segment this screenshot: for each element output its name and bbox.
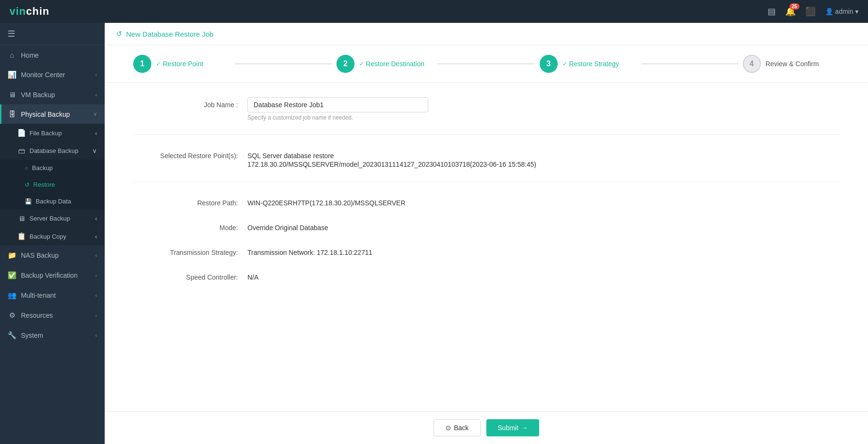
step-2-text: Restore Destination [366, 60, 424, 68]
notification-badge: 25 [789, 3, 799, 10]
form-area: Job Name : Specify a customized job name… [105, 83, 868, 411]
logo-vin: vin [10, 5, 26, 17]
user-dropdown-arrow: ▾ [855, 8, 858, 15]
restore-path-value: WIN-Q220ESRH7TP(172.18.30.20)/MSSQLSERVE… [247, 195, 839, 207]
user-menu[interactable]: 👤 admin ▾ [825, 8, 858, 15]
form-divider-1 [133, 134, 839, 135]
restore-header-icon: ↺ [116, 30, 122, 38]
sidebar: ☰ ⌂ Home 📊 Monitor Center ‹ 🖥 VM Backup … [0, 23, 105, 444]
sidebar-item-server-backup[interactable]: 🖥 Server Backup ‹ [0, 210, 105, 227]
sidebar-item-database-backup[interactable]: 🗃 Database Backup ∨ [0, 142, 105, 160]
step-2-circle: 2 [336, 55, 355, 73]
system-icon: 🔧 [8, 331, 16, 340]
chevron-right-icon: ‹ [95, 92, 97, 98]
nav-right-section: ▤ 🔔 25 ⬛ 👤 admin ▾ [768, 6, 858, 17]
step-3-label: ✓ Restore Strategy [562, 60, 619, 68]
step-3-check: ✓ [562, 61, 567, 67]
sidebar-item-resources[interactable]: ⚙ Resources ‹ [0, 305, 105, 325]
step-1-check: ✓ [156, 61, 161, 67]
form-row-restore-path: Restore Path: WIN-Q220ESRH7TP(172.18.30.… [133, 195, 839, 207]
transmission-label: Transmission Strategy: [133, 245, 238, 256]
step-2-number: 2 [343, 60, 347, 68]
sidebar-item-label: Monitor Center [21, 71, 65, 79]
mode-value: Override Original Database [247, 220, 839, 232]
logo-chin: chin [26, 5, 49, 17]
content-area: ↺ New Database Restore Job 1 ✓ Restore P… [105, 23, 868, 444]
step-3-number: 3 [546, 60, 551, 68]
step-3: 3 ✓ Restore Strategy [540, 55, 636, 73]
notifications-icon[interactable]: 🔔 25 [785, 6, 796, 17]
restore-icon: ↺ [25, 182, 30, 188]
stepper: 1 ✓ Restore Point 2 ✓ Restore Destinatio… [105, 45, 868, 83]
sidebar-item-restore[interactable]: ↺ Restore [0, 176, 105, 193]
messages-icon[interactable]: ▤ [768, 6, 776, 17]
speed-value: N/A [247, 270, 839, 281]
step-3-text: Restore Strategy [569, 60, 619, 68]
database-backup-submenu: ○ Backup ↺ Restore 💾 Backup Data [0, 160, 105, 210]
sidebar-item-vm-backup[interactable]: 🖥 VM Backup ‹ [0, 85, 105, 104]
sidebar-item-label: Resources [21, 312, 53, 319]
transmission-value: Transmission Network: 172.18.1.10:22711 [247, 245, 839, 256]
page-header: ↺ New Database Restore Job [105, 23, 868, 45]
page-title: New Database Restore Job [126, 30, 213, 38]
sidebar-item-label: Multi-tenant [21, 292, 56, 299]
sidebar-item-physical-backup[interactable]: 🗄 Physical Backup ∨ [0, 104, 105, 124]
chevron-right-icon: ‹ [95, 313, 97, 318]
backup-verification-icon: ✅ [8, 271, 16, 280]
chevron-right-icon: ‹ [95, 333, 97, 338]
sidebar-item-label: NAS Backup [21, 252, 59, 259]
job-name-label: Job Name : [133, 97, 238, 109]
back-button[interactable]: ⊙ Back [434, 419, 481, 436]
sidebar-item-system[interactable]: 🔧 System ‹ [0, 325, 105, 345]
step-4: 4 Review & Confirm [743, 55, 839, 73]
sidebar-item-nas-backup[interactable]: 📁 NAS Backup ‹ [0, 245, 105, 265]
file-backup-icon: 📄 [17, 129, 26, 137]
sidebar-item-multi-tenant[interactable]: 👥 Multi-tenant ‹ [0, 285, 105, 305]
form-row-speed: Speed Controller: N/A [133, 270, 839, 281]
backup-data-icon: 💾 [25, 198, 32, 205]
restore-points-label: Selected Restore Point(s): [133, 148, 238, 160]
chevron-right-icon: ‹ [95, 215, 97, 222]
sidebar-toggle[interactable]: ☰ [0, 23, 105, 45]
sidebar-item-backup-verification[interactable]: ✅ Backup Verification ‹ [0, 265, 105, 285]
sidebar-item-home[interactable]: ⌂ Home [0, 45, 105, 65]
home-icon: ⌂ [8, 51, 16, 59]
chevron-right-icon: ‹ [95, 72, 97, 78]
sidebar-item-label: Backup Verification [21, 272, 78, 279]
monitor-icon[interactable]: ⬛ [805, 6, 816, 17]
sidebar-item-backup[interactable]: ○ Backup [0, 160, 105, 176]
resources-icon: ⚙ [8, 311, 16, 320]
form-row-transmission: Transmission Strategy: Transmission Netw… [133, 245, 839, 256]
server-backup-icon: 🖥 [17, 214, 26, 222]
sidebar-item-file-backup[interactable]: 📄 File Backup ‹ [0, 124, 105, 142]
step-1-label: ✓ Restore Point [156, 60, 203, 68]
physical-backup-submenu: 📄 File Backup ‹ 🗃 Database Backup ∨ ○ Ba… [0, 124, 105, 245]
sidebar-sub-label: Backup [32, 164, 52, 172]
sidebar-item-label: Home [21, 51, 39, 59]
sidebar-item-label: System [21, 332, 43, 339]
submit-button[interactable]: Submit → [486, 419, 540, 436]
top-navigation: vinchin ▤ 🔔 25 ⬛ 👤 admin ▾ [0, 0, 868, 23]
step-4-circle: 4 [743, 55, 761, 73]
vm-backup-icon: 🖥 [8, 91, 16, 99]
chevron-right-icon: ‹ [95, 252, 97, 258]
footer-bar: ⊙ Back Submit → [105, 411, 868, 444]
user-label: admin [835, 8, 853, 15]
sidebar-sub-label: Backup Copy [30, 233, 66, 240]
job-name-input[interactable] [247, 97, 428, 112]
restore-points-line1: SQL Server database restore [247, 152, 839, 160]
chevron-right-icon: ‹ [95, 272, 97, 278]
sidebar-sub-label: Database Backup [30, 147, 79, 154]
step-3-circle: 3 [540, 55, 558, 73]
back-label: Back [454, 424, 469, 432]
form-row-job-name: Job Name : Specify a customized job name… [133, 97, 839, 121]
sidebar-item-backup-copy[interactable]: 📋 Backup Copy ‹ [0, 227, 105, 245]
chevron-down-icon: ∨ [93, 111, 97, 117]
step-2-check: ✓ [359, 61, 364, 67]
sidebar-item-backup-data[interactable]: 💾 Backup Data [0, 193, 105, 210]
job-name-hint: Specify a customized job name if needed. [247, 114, 428, 121]
app-logo: vinchin [10, 5, 49, 18]
nas-backup-icon: 📁 [8, 251, 16, 260]
sidebar-item-monitor-center[interactable]: 📊 Monitor Center ‹ [0, 65, 105, 85]
mode-label: Mode: [133, 220, 238, 232]
